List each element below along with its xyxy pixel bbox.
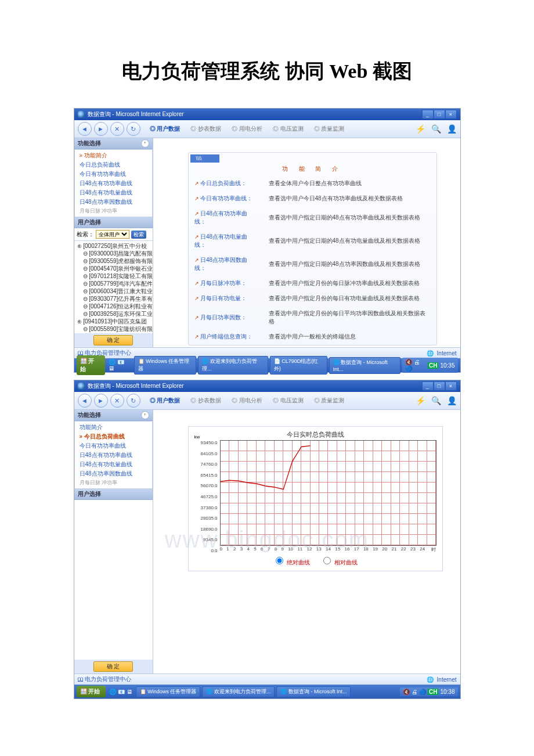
row-key[interactable]: 月每日功率因数： [190, 307, 263, 329]
search-button[interactable]: 检索 [131, 231, 146, 239]
quick-launch[interactable]: 🌐 📧 🖥 [107, 359, 132, 372]
row-key[interactable]: 今日有功功率曲线： [190, 192, 263, 206]
tree-item[interactable]: ⊖ [00039258]运东环保工业有限公司 [76, 310, 153, 318]
tree-item[interactable]: ⊕ [09410913]中国匹克集团 [76, 318, 153, 325]
tab-quality[interactable]: ◎ 质量监测 [314, 125, 345, 133]
start-button[interactable]: 🪟 开始 [77, 686, 106, 697]
tree-item[interactable]: ⊖ [00055890]宝隆纺织有限公司2# [76, 325, 153, 333]
back-button[interactable]: ◄ [78, 122, 92, 136]
forward-button[interactable]: ► [94, 394, 108, 408]
tab-meter-data[interactable]: ◎ 抄表数据 [190, 125, 221, 133]
tree-item[interactable]: ⊕ [00027250]泉州五中分校 [76, 242, 153, 250]
row-val: 查看选中用户指定月份的每日脉冲功率曲线及相关数据表格 [264, 276, 435, 290]
function-card: \\\\ 功 能 简 介 今日总负荷曲线：查看全体用户今日整点有功功率曲线今日有… [188, 152, 437, 345]
quick-launch[interactable]: 🌐 📧 🖥 [107, 689, 134, 695]
row-key[interactable]: 月每日有功电量： [190, 291, 263, 305]
maximize-button[interactable]: □ [434, 110, 445, 119]
tab-user-data[interactable]: ◎ 用户数据 [150, 125, 181, 133]
lightning-icon[interactable]: ⚡ [416, 396, 425, 405]
row-key[interactable]: 今日总负荷曲线： [190, 177, 263, 190]
row-key[interactable]: 日48点有功电量曲线： [190, 230, 263, 252]
maximize-button[interactable]: □ [434, 381, 445, 391]
tab-voltage[interactable]: ◎ 电压监测 [273, 125, 304, 133]
tab-usage-analysis[interactable]: ◎ 用电分析 [232, 397, 262, 405]
function-panel-header[interactable]: 功能选择‹ [74, 410, 153, 421]
tree-item[interactable]: ⊖ [09303077]亿升再生革有限公司 [76, 295, 153, 303]
sidebar-item[interactable]: 日48点有功功率曲线 [76, 451, 151, 460]
user-panel-header[interactable]: 用户选择 [74, 489, 153, 500]
close-button[interactable]: × [445, 381, 457, 391]
tab-voltage[interactable]: ◎ 电压监测 [273, 397, 304, 405]
app-tabs: ◎ 用户数据 ◎ 抄表数据 ◎ 用电分析 ◎ 电压监测 ◎ 质量监测 [143, 125, 413, 133]
stop-button[interactable]: ✕ [110, 122, 124, 136]
task-btn[interactable]: 📋 Windows 任务管理器 [136, 686, 201, 697]
tree-item[interactable]: ⊖ [09826712]金星厦高建 [76, 333, 153, 333]
chart-line [221, 441, 436, 545]
sidebar-item[interactable]: 月每日脉 冲功率 [76, 478, 151, 487]
search-icon[interactable]: 🔍 [431, 124, 441, 134]
confirm-button[interactable]: 确 定 [93, 661, 133, 672]
sidebar-item[interactable]: 日48点有功电量曲线 [76, 460, 151, 469]
sidebar-item[interactable]: 日48点有功功率曲线 [76, 179, 151, 188]
row-key[interactable]: 用户终端信息查询： [190, 330, 263, 344]
sidebar-item-current[interactable]: » 今日总负荷曲线 [76, 432, 151, 441]
tree-item[interactable]: ⊖ [09300003]昌隆汽配有限公司 [76, 250, 153, 257]
system-tray[interactable]: 🔇 🖨 🔵 CH 10:38 [400, 687, 457, 696]
function-panel-header[interactable]: 功能选择‹ [74, 138, 153, 149]
tree-item[interactable]: ⊖ [00045470]泉州华银石业有限公司 [76, 265, 153, 272]
tree-item[interactable]: ⊖ [00060034]晋江康大鞋业有限公司 [76, 287, 153, 295]
row-val: 查看选中用户一般相关的终端信息 [264, 330, 435, 344]
sidebar-item[interactable]: 今日有功功率曲线 [76, 170, 151, 179]
tree-item[interactable]: ⊖ [09300559]虎都服饰有限公司 [76, 257, 153, 265]
person-icon[interactable]: 👤 [447, 396, 457, 405]
forward-button[interactable]: ► [94, 122, 108, 136]
minimize-button[interactable]: _ [422, 110, 434, 119]
task-btn[interactable]: 📄 CL790D组态(红外) [270, 356, 327, 375]
system-tray[interactable]: 🔇 🖨 🔵 CH 10:35 [402, 358, 457, 373]
sidebar-item[interactable]: 功能简介 [76, 423, 151, 432]
stop-button[interactable]: ✕ [110, 394, 124, 408]
task-btn[interactable]: 🌐 欢迎来到电力负荷管理... [202, 686, 275, 697]
radio-absolute[interactable]: 绝对曲线 [273, 559, 310, 566]
task-btn[interactable]: 🌐 数据查询 - Microsoft Int... [276, 686, 351, 697]
task-btn[interactable]: 🌐 欢迎来到电力负荷管理... [198, 356, 268, 375]
minimize-button[interactable]: _ [422, 381, 434, 391]
sidebar-item[interactable]: 日48点功率因数曲线 [76, 197, 151, 207]
tab-meter-data[interactable]: ◎ 抄表数据 [190, 397, 221, 405]
nav-toolbar: ◄ ► ✕ ↻ ◎ 用户数据 ◎ 抄表数据 ◎ 用电分析 ◎ 电压监测 ◎ 质量… [74, 120, 460, 138]
tab-quality[interactable]: ◎ 质量监测 [314, 397, 345, 405]
row-key[interactable]: 日48点功率因数曲线： [190, 253, 263, 275]
sidebar-item[interactable]: 今日总负荷曲线 [76, 160, 151, 170]
confirm-button[interactable]: 确 定 [93, 335, 133, 345]
search-select[interactable]: 全体用户 [96, 230, 129, 239]
task-btn[interactable]: 📋 Windows 任务管理器 [134, 356, 197, 375]
sidebar-item[interactable]: 今日有功功率曲线 [76, 441, 151, 451]
user-tree[interactable]: ⊕ [00027250]泉州五中分校 ⊖ [09300003]昌隆汽配有限公司 … [74, 241, 153, 333]
tree-item[interactable]: ⊖ [00047126]恒达利鞋业有限公司 [76, 303, 153, 310]
collapse-icon[interactable]: ‹ [141, 139, 149, 147]
sidebar-item[interactable]: 月每日脉 冲功率 [76, 207, 151, 215]
lightning-icon[interactable]: ⚡ [416, 124, 425, 134]
tree-item[interactable]: ⊖ [09701218]实隆轻工有限公司 [76, 272, 153, 280]
sidebar-item[interactable]: 日48点功率因数曲线 [76, 469, 151, 478]
back-button[interactable]: ◄ [78, 394, 92, 408]
tree-item[interactable]: ⊖ [00057799]鸿洋汽车配件制造有限公司 [76, 280, 153, 287]
search-icon[interactable]: 🔍 [431, 396, 441, 405]
task-btn[interactable]: 🌐 数据查询 - Microsoft Int... [329, 357, 400, 374]
person-icon[interactable]: 👤 [447, 124, 457, 134]
tab-user-data[interactable]: ◎ 用户数据 [150, 397, 181, 405]
refresh-button[interactable]: ↻ [127, 394, 140, 408]
sidebar-item[interactable]: 日48点有功电量曲线 [76, 188, 151, 197]
collapse-icon[interactable]: ‹ [141, 411, 149, 419]
start-button[interactable]: 🪟 开始 [77, 355, 105, 375]
table-row: 月每日功率因数：查看选中用户指定月份的每日平均功率因数曲线及相关数据表格 [190, 307, 435, 329]
user-panel-header[interactable]: 用户选择 [74, 217, 153, 228]
radio-relative[interactable]: 相对曲线 [320, 559, 358, 566]
sidebar-func-intro[interactable]: » 功能简介 [76, 151, 151, 160]
screenshot-2: www.bingdoc.com 数据查询 - Microsoft Interne… [74, 380, 461, 699]
close-button[interactable]: × [445, 110, 457, 119]
refresh-button[interactable]: ↻ [127, 122, 140, 136]
tab-usage-analysis[interactable]: ◎ 用电分析 [232, 125, 262, 133]
row-key[interactable]: 月每日脉冲功率： [190, 276, 263, 290]
row-key[interactable]: 日48点有功功率曲线： [190, 207, 263, 229]
